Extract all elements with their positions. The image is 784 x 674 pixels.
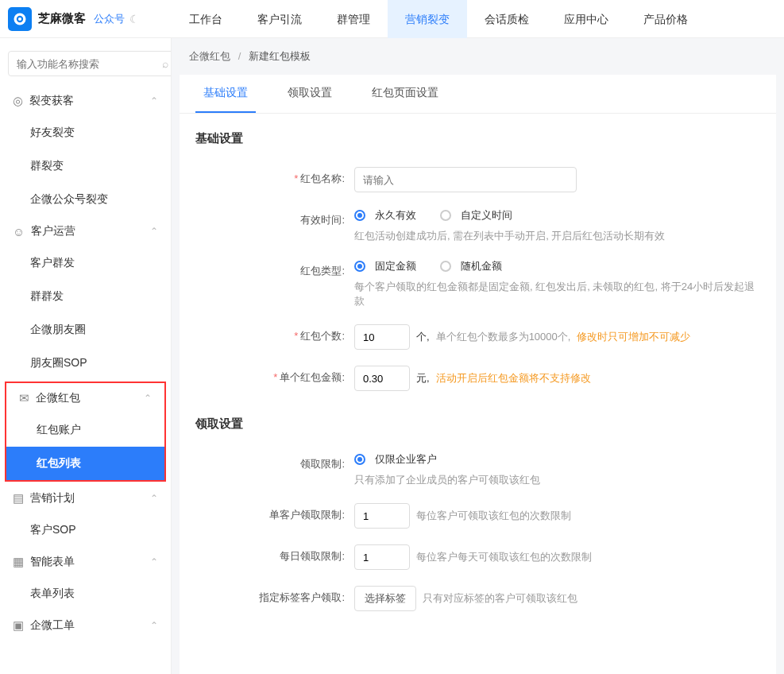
label-type: 红包类型:	[300, 265, 345, 277]
group-icon: ◎	[13, 94, 23, 108]
warn-amount: 活动开启后红包金额将不支持修改	[436, 371, 591, 385]
search-icon[interactable]: ⌕	[162, 57, 168, 70]
topnav-item-5[interactable]: 应用中心	[546, 0, 626, 38]
chevron-icon: ⌃	[150, 226, 158, 237]
side-item-4-0[interactable]: 表单列表	[0, 577, 171, 610]
topnav-item-4[interactable]: 会话质检	[467, 0, 546, 38]
label-amount: 单个红包金额:	[280, 371, 345, 383]
side-item-3-0[interactable]: 客户SOP	[0, 513, 171, 547]
topnav-item-6[interactable]: 产品价格	[626, 0, 705, 38]
breadcrumb-current: 新建红包模板	[249, 50, 311, 62]
logo-area: 芝麻微客 公众号 ☾	[0, 7, 172, 31]
side-item-1-2[interactable]: 企微朋友圈	[0, 313, 171, 347]
group-icon: ▦	[13, 555, 24, 569]
group-icon: ☺	[13, 225, 25, 238]
label-name: 红包名称:	[300, 172, 345, 184]
chevron-icon: ⌃	[150, 556, 158, 567]
side-group-0[interactable]: ◎裂变获客⌃	[0, 86, 171, 116]
side-group-3[interactable]: ▤营销计划⌃	[0, 483, 171, 513]
gzh-link[interactable]: 公众号	[94, 12, 125, 26]
label-valid: 有效时间:	[300, 214, 345, 226]
input-daily-limit[interactable]	[354, 544, 410, 570]
search-input[interactable]	[8, 51, 172, 76]
input-amount[interactable]	[354, 366, 410, 391]
side-item-1-0[interactable]: 客户群发	[0, 246, 171, 280]
side-item-2-1[interactable]: 红包列表	[6, 447, 164, 480]
hint-type: 每个客户领取的红包金额都是固定金额, 红包发出后, 未领取的红包, 将于24小时…	[354, 280, 760, 308]
side-item-0-0[interactable]: 好友裂变	[0, 116, 171, 149]
side-item-1-1[interactable]: 群群发	[0, 280, 171, 313]
group-icon: ✉	[19, 391, 29, 405]
side-group-2[interactable]: ✉企微红包⌃	[6, 383, 164, 413]
brand-text: 芝麻微客	[38, 11, 86, 26]
topnav-item-1[interactable]: 客户引流	[240, 0, 319, 38]
side-group-1[interactable]: ☺客户运营⌃	[0, 216, 171, 246]
side-item-1-3[interactable]: 朋友圈SOP	[0, 347, 171, 380]
radio-limit-corp[interactable]	[354, 454, 365, 465]
tab-1[interactable]: 领取设置	[280, 75, 340, 113]
radio-valid-forever[interactable]	[354, 210, 365, 221]
radio-type-fixed[interactable]	[354, 261, 365, 272]
svg-point-2	[18, 17, 21, 20]
section-basic-title: 基础设置	[180, 114, 776, 159]
moon-icon[interactable]: ☾	[129, 13, 140, 25]
group-icon: ▣	[13, 618, 24, 633]
chevron-icon: ⌃	[150, 95, 158, 107]
input-count[interactable]	[354, 324, 410, 350]
main-content: 企微红包 / 新建红包模板 基础设置领取设置红包页面设置 基础设置 *红包名称:…	[172, 38, 784, 674]
topnav-item-0[interactable]: 工作台	[172, 0, 240, 38]
input-name[interactable]	[354, 167, 577, 192]
side-group-5[interactable]: ▣企微工单⌃	[0, 610, 171, 641]
input-single-limit[interactable]	[354, 503, 410, 529]
breadcrumb: 企微红包 / 新建红包模板	[172, 38, 784, 75]
side-item-0-2[interactable]: 企微公众号裂变	[0, 183, 171, 216]
chevron-icon: ⌃	[150, 620, 158, 631]
logo-icon	[8, 7, 32, 31]
label-single-limit: 单客户领取限制:	[269, 509, 345, 521]
tab-0[interactable]: 基础设置	[195, 75, 256, 113]
side-item-0-1[interactable]: 群裂变	[0, 149, 171, 183]
label-count: 红包个数:	[300, 330, 345, 342]
group-icon: ▤	[13, 491, 24, 506]
btn-select-tag[interactable]: 选择标签	[354, 586, 416, 611]
topbar: 芝麻微客 公众号 ☾ 工作台客户引流群管理营销裂变会话质检应用中心产品价格	[0, 0, 784, 38]
label-daily-limit: 每日领取限制:	[280, 550, 345, 562]
tab-2[interactable]: 红包页面设置	[364, 75, 446, 113]
section-receive-title: 领取设置	[180, 399, 776, 444]
breadcrumb-root[interactable]: 企微红包	[189, 50, 230, 62]
top-nav: 工作台客户引流群管理营销裂变会话质检应用中心产品价格	[172, 0, 705, 38]
topnav-item-2[interactable]: 群管理	[319, 0, 388, 38]
warn-count: 修改时只可增加不可减少	[577, 330, 690, 344]
label-tag-limit: 指定标签客户领取:	[259, 591, 345, 603]
chevron-icon: ⌃	[144, 393, 152, 404]
label-limit: 领取限制:	[300, 458, 345, 470]
tabs: 基础设置领取设置红包页面设置	[180, 75, 776, 114]
hint-limit: 只有添加了企业成员的客户可领取该红包	[354, 473, 760, 487]
radio-type-random[interactable]	[440, 261, 451, 272]
side-group-4[interactable]: ▦智能表单⌃	[0, 547, 171, 577]
chevron-icon: ⌃	[150, 493, 158, 504]
hint-valid: 红包活动创建成功后, 需在列表中手动开启, 开启后红包活动长期有效	[354, 229, 760, 243]
sidebar: ⌕ ⇤ ◎裂变获客⌃好友裂变群裂变企微公众号裂变☺客户运营⌃客户群发群群发企微朋…	[0, 38, 172, 674]
side-item-2-0[interactable]: 红包账户	[6, 413, 164, 447]
radio-valid-custom[interactable]	[440, 210, 451, 221]
topnav-item-3[interactable]: 营销裂变	[388, 0, 467, 38]
